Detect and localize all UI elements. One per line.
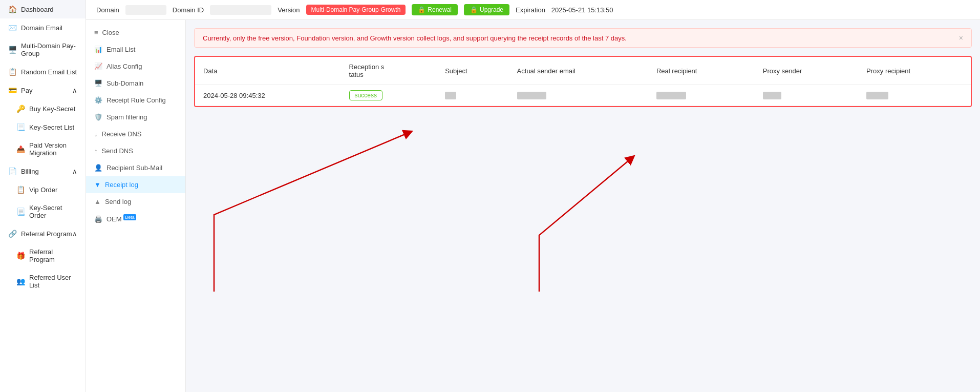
cell-real-recipient — [648, 85, 755, 106]
users-icon: 👥 — [16, 277, 25, 285]
sidebar-item-referral-program[interactable]: 🎁 Referral Program — [0, 243, 86, 269]
sub-sidebar-label: OEM Beta — [106, 215, 136, 223]
sidebar-item-referred-user-list[interactable]: 👥 Referred User List — [0, 269, 86, 294]
cell-actual-sender — [509, 85, 648, 106]
gift-icon: 🎁 — [16, 252, 25, 260]
sidebar-item-label: Key-Secret Order — [29, 204, 77, 219]
sidebar-group-billing[interactable]: 📄 Billing ∧ — [0, 162, 86, 180]
sidebar-group-referral[interactable]: 🔗 Referral Program ∧ — [0, 224, 86, 243]
upgrade-button[interactable]: 🔒 Upgrade — [464, 4, 509, 15]
sender-email-value — [517, 92, 547, 99]
sidebar-item-key-secret-order[interactable]: 📃 Key-Secret Order — [0, 199, 86, 224]
main-panel: Currently, only the free version, Founda… — [186, 20, 980, 392]
sidebar-group-label: Pay — [21, 87, 32, 94]
sub-sidebar-item-close[interactable]: ≡ Close — [86, 24, 185, 41]
expiration-value: 2025-05-21 15:13:50 — [551, 6, 613, 14]
real-recipient-value — [656, 92, 686, 99]
monitor-icon: 🖥️ — [8, 46, 17, 54]
key-list-icon: 📃 — [16, 123, 25, 131]
sub-sidebar-item-receipt-log[interactable]: ▼ Receipt log — [86, 176, 185, 193]
sidebar-item-label: Buy Key-Secret — [29, 105, 75, 113]
bar-chart-icon: 📊 — [94, 46, 102, 53]
sidebar-item-paid-migration[interactable]: 📤 Paid Version Migration — [0, 136, 86, 162]
col-data: Data — [195, 57, 341, 85]
col-reception-status: Reception status — [341, 57, 437, 85]
col-subject: Subject — [437, 57, 508, 85]
cell-proxy-sender — [755, 85, 858, 106]
receipt-log-icon: ▼ — [94, 181, 101, 189]
sidebar-group-pay[interactable]: 💳 Pay ∧ — [0, 81, 86, 99]
chevron-up-icon-referral: ∧ — [72, 230, 77, 238]
key-icon: 🔑 — [16, 105, 25, 113]
menu-icon: ≡ — [94, 29, 98, 36]
alert-close-button[interactable]: × — [959, 34, 963, 42]
sub-sidebar-item-alias-config[interactable]: 📈 Alias Config — [86, 58, 185, 75]
sidebar-item-label: Multi-Domain Pay-Group — [21, 42, 77, 57]
vip-icon: 📋 — [16, 185, 25, 194]
sub-sidebar-label: Spam filtering — [106, 113, 147, 121]
sub-sidebar-label: Close — [102, 29, 119, 36]
order-icon: 📃 — [16, 208, 25, 216]
sub-sidebar-item-receipt-rule[interactable]: ⚙️ Receipt Rule Config — [86, 92, 185, 109]
content-area: ≡ Close 📊 Email List 📈 Alias Config 🖥️ S… — [86, 20, 980, 392]
sidebar-item-dashboard[interactable]: 🏠 Dashboard — [0, 0, 86, 18]
sub-sidebar-label: Receive DNS — [102, 130, 142, 138]
lock-icon: 🔒 — [418, 6, 425, 13]
domain-id-label: Domain ID — [173, 6, 204, 14]
receipt-log-table: Data Reception status Subject Actual sen… — [194, 56, 972, 107]
sub-sidebar-item-spam-filter[interactable]: 🛡️ Spam filtering — [86, 109, 185, 126]
sub-sidebar-item-receive-dns[interactable]: ↓ Receive DNS — [86, 126, 185, 142]
proxy-recipient-value: 2 — [866, 92, 888, 99]
main-area: Domain Domain ID Version Multi-Domain Pa… — [86, 0, 980, 392]
sub-sidebar-label: Send DNS — [102, 147, 133, 155]
chevron-up-icon: ∧ — [72, 87, 77, 94]
sub-sidebar-item-oem[interactable]: 🖨️ OEM Beta — [86, 210, 185, 228]
sidebar-item-label: Referred User List — [29, 274, 77, 289]
email-icon: ✉️ — [8, 24, 17, 32]
sub-sidebar-label: Send log — [105, 198, 131, 205]
col-proxy-recipient: Proxy recipient — [858, 57, 971, 85]
sub-sidebar-item-sub-domain[interactable]: 🖥️ Sub-Domain — [86, 75, 185, 92]
table-row: 2024-05-28 09:45:32 success — [195, 85, 971, 106]
home-icon: 🏠 — [8, 5, 17, 13]
sidebar-item-domain-email[interactable]: ✉️ Domain Email — [0, 18, 86, 37]
cell-data: 2024-05-28 09:45:32 — [195, 85, 341, 106]
version-badge: Multi-Domain Pay-Group-Growth — [306, 5, 406, 15]
col-real-recipient: Real recipient — [648, 57, 755, 85]
sub-sidebar: ≡ Close 📊 Email List 📈 Alias Config 🖥️ S… — [86, 20, 186, 392]
sub-sidebar-label: Receipt Rule Config — [106, 96, 166, 104]
col-actual-sender: Actual sender email — [509, 57, 648, 85]
sidebar-item-label: Dashboard — [21, 6, 54, 13]
sidebar-item-buy-key[interactable]: 🔑 Buy Key-Secret — [0, 99, 86, 118]
sidebar-item-random-email[interactable]: 📋 Random Email List — [0, 63, 86, 81]
pay-icon: 💳 — [8, 86, 17, 94]
domain-id-value — [210, 5, 271, 15]
sub-sidebar-item-email-list[interactable]: 📊 Email List — [86, 41, 185, 58]
subdomain-icon: 🖥️ — [94, 79, 102, 87]
sub-sidebar-item-send-dns[interactable]: ↑ Send DNS — [86, 142, 185, 159]
chevron-up-icon-billing: ∧ — [72, 168, 77, 175]
col-proxy-sender: Proxy sender — [755, 57, 858, 85]
sub-sidebar-label: Alias Config — [106, 63, 142, 70]
renewal-button[interactable]: 🔒 Renewal — [412, 4, 458, 15]
lock-icon-2: 🔒 — [470, 6, 478, 13]
proxy-sender-value — [763, 92, 781, 99]
cell-proxy-recipient: 2 — [858, 85, 971, 106]
oem-icon: 🖨️ — [94, 215, 102, 223]
sidebar-item-key-secret-list[interactable]: 📃 Key-Secret List — [0, 118, 86, 136]
person-icon: 👤 — [94, 164, 102, 172]
subject-value — [445, 92, 456, 99]
sidebar-item-label: Random Email List — [21, 68, 77, 76]
sidebar-item-vip-order[interactable]: 📋 Vip Order — [0, 180, 86, 199]
sidebar: 🏠 Dashboard ✉️ Domain Email 🖥️ Multi-Dom… — [0, 0, 86, 392]
domain-value — [125, 5, 166, 15]
shield-icon: 🛡️ — [94, 113, 102, 121]
alert-banner: Currently, only the free version, Founda… — [194, 28, 972, 48]
sub-sidebar-item-send-log[interactable]: ▲ Send log — [86, 193, 185, 210]
version-label: Version — [278, 6, 300, 14]
sidebar-item-multi-domain[interactable]: 🖥️ Multi-Domain Pay-Group — [0, 37, 86, 63]
sub-sidebar-item-recipient-sub-mail[interactable]: 👤 Recipient Sub-Mail — [86, 159, 185, 176]
list-icon: 📋 — [8, 68, 17, 76]
migration-icon: 📤 — [16, 145, 25, 153]
sidebar-item-label: Referral Program — [29, 248, 77, 263]
